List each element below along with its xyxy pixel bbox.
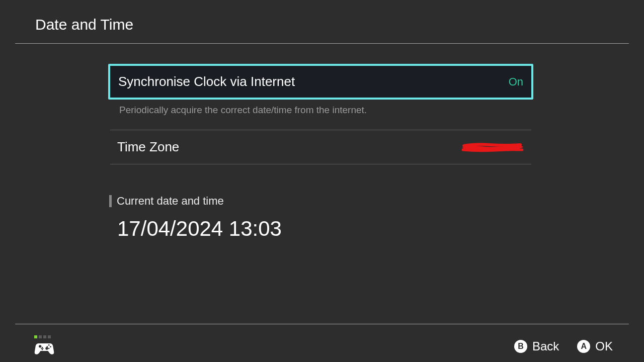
back-label: Back: [532, 339, 559, 353]
page-title: Date and Time: [35, 16, 644, 33]
b-button-icon: B: [514, 340, 527, 353]
header: Date and Time: [0, 0, 644, 43]
settings-list: Synchronise Clock via Internet On Period…: [108, 64, 533, 241]
button-hints: B Back A OK: [514, 339, 613, 353]
row-divider: [110, 164, 531, 164]
svg-rect-7: [42, 348, 43, 349]
player-dot-3: [43, 335, 46, 338]
svg-point-1: [45, 347, 48, 349]
svg-point-5: [47, 346, 48, 347]
svg-rect-9: [42, 349, 43, 350]
section-bar-icon: [109, 195, 112, 207]
footer-content: B Back A OK: [0, 324, 644, 362]
svg-point-0: [39, 345, 41, 347]
a-button-icon: A: [577, 340, 590, 353]
time-zone-label: Time Zone: [117, 139, 179, 155]
ok-label: OK: [595, 339, 613, 353]
svg-rect-6: [41, 348, 42, 349]
svg-point-4: [48, 347, 50, 349]
current-datetime-title: Current date and time: [117, 195, 224, 208]
sync-clock-label: Synchronise Clock via Internet: [118, 74, 295, 89]
svg-point-2: [48, 344, 50, 346]
player-indicator-dots: [34, 335, 54, 338]
controller-status: [34, 335, 54, 357]
content-area: Synchronise Clock via Internet On Period…: [0, 44, 644, 241]
sync-clock-value: On: [509, 75, 523, 88]
current-datetime-value: 17/04/2024 13:03: [117, 217, 533, 241]
player-dot-2: [39, 335, 42, 338]
current-datetime-header: Current date and time: [109, 195, 533, 208]
ok-hint[interactable]: A OK: [577, 339, 613, 353]
time-zone-row[interactable]: Time Zone: [108, 130, 533, 164]
svg-point-3: [50, 346, 51, 347]
player-dot-4: [48, 335, 51, 338]
footer: B Back A OK: [0, 324, 644, 362]
svg-rect-8: [42, 347, 43, 348]
controller-icon: [34, 341, 54, 357]
player-dot-1: [34, 335, 37, 338]
sync-clock-description: Periodically acquire the correct date/ti…: [108, 100, 533, 116]
sync-clock-row[interactable]: Synchronise Clock via Internet On: [108, 64, 533, 100]
back-hint[interactable]: B Back: [514, 339, 559, 353]
time-zone-value-redacted: [464, 142, 524, 153]
